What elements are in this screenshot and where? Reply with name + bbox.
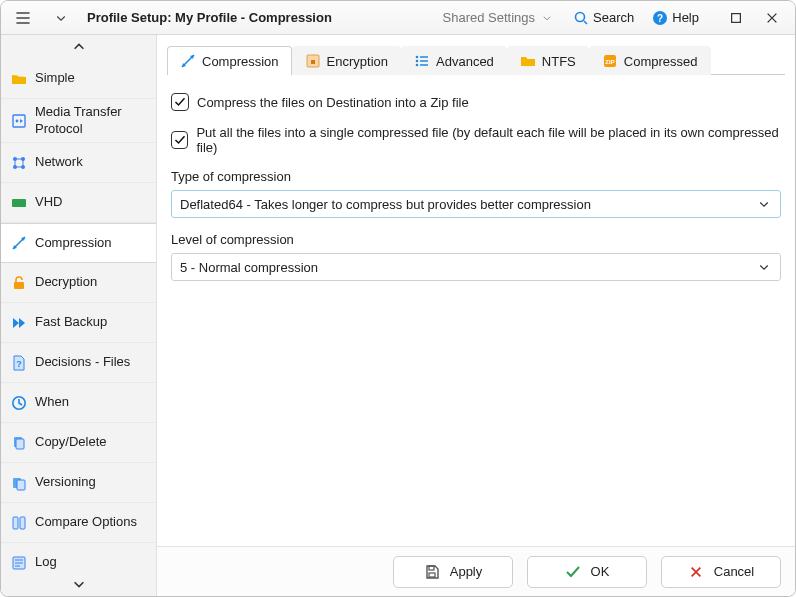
sidebar-item-network[interactable]: Network: [1, 143, 156, 183]
search-icon: [573, 10, 589, 26]
svg-rect-30: [429, 573, 435, 577]
folder-icon: [520, 53, 536, 69]
sidebar-item-simple[interactable]: Simple: [1, 59, 156, 99]
svg-rect-20: [20, 517, 25, 529]
sidebar-item-versioning[interactable]: Versioning: [1, 463, 156, 503]
tab-label: NTFS: [542, 54, 576, 69]
cancel-button[interactable]: Cancel: [661, 556, 781, 588]
checkbox-single-file[interactable]: Put all the files into a single compress…: [171, 125, 781, 155]
compress-icon: [180, 53, 196, 69]
main-panel: Compression Encryption Advanced NTFS: [157, 35, 795, 596]
sidebar-item-compression[interactable]: Compression: [1, 223, 156, 263]
type-select[interactable]: Deflated64 - Takes longer to compress bu…: [171, 190, 781, 218]
sidebar-item-decisions-files[interactable]: ? Decisions - Files: [1, 343, 156, 383]
versioning-icon: [11, 475, 27, 491]
svg-point-6: [16, 119, 19, 122]
sidebar-item-label: Network: [35, 154, 83, 170]
svg-rect-5: [13, 115, 25, 127]
tab-compressed[interactable]: ZIP Compressed: [589, 46, 711, 75]
titlebar: Profile Setup: My Profile - Compression …: [1, 1, 795, 35]
compress-icon: [11, 235, 27, 251]
network-icon: [11, 155, 27, 171]
svg-text:?: ?: [16, 359, 22, 369]
close-icon: [764, 10, 780, 26]
shared-settings-label: Shared Settings: [443, 10, 536, 25]
copy-icon: [11, 435, 27, 451]
level-label: Level of compression: [171, 232, 781, 247]
chevron-down-icon: [71, 576, 87, 592]
file-question-icon: ?: [11, 355, 27, 371]
x-icon: [688, 564, 704, 580]
sidebar-item-fast-backup[interactable]: Fast Backup: [1, 303, 156, 343]
ok-button[interactable]: OK: [527, 556, 647, 588]
sidebar-item-vhd[interactable]: VHD: [1, 183, 156, 223]
search-button[interactable]: Search: [565, 6, 642, 30]
sidebar-scroll-up[interactable]: [1, 35, 156, 59]
svg-rect-23: [311, 60, 315, 64]
sidebar-item-label: Simple: [35, 70, 75, 86]
folder-icon: [11, 71, 27, 87]
svg-rect-16: [16, 439, 24, 449]
button-label: Cancel: [714, 564, 754, 579]
lock-icon: [305, 53, 321, 69]
profile-setup-window: Profile Setup: My Profile - Compression …: [0, 0, 796, 597]
help-button[interactable]: ? Help: [644, 6, 707, 30]
footer: Apply OK Cancel: [157, 546, 795, 596]
sidebar-item-label: Media Transfer Protocol: [35, 104, 146, 137]
tab-ntfs[interactable]: NTFS: [507, 46, 589, 75]
chevron-down-icon: [756, 196, 772, 212]
svg-point-26: [416, 64, 419, 67]
log-icon: [11, 555, 27, 571]
sidebar-scroll-down[interactable]: [1, 572, 156, 596]
maximize-button[interactable]: [719, 4, 753, 32]
chevron-down-icon: [756, 259, 772, 275]
help-icon: ?: [652, 10, 668, 26]
checkbox-label: Compress the files on Destination into a…: [197, 95, 469, 110]
hamburger-icon: [15, 10, 31, 26]
tab-compression[interactable]: Compression: [167, 46, 292, 75]
clock-icon: [11, 395, 27, 411]
apply-button[interactable]: Apply: [393, 556, 513, 588]
compare-icon: [11, 515, 27, 531]
checkbox-checked-icon: [171, 131, 188, 149]
svg-line-1: [584, 21, 587, 24]
sidebar-item-label: Decryption: [35, 274, 97, 290]
tab-encryption[interactable]: Encryption: [292, 46, 401, 75]
check-icon: [565, 564, 581, 580]
svg-point-25: [416, 60, 419, 63]
svg-text:ZIP: ZIP: [605, 59, 614, 65]
tabs: Compression Encryption Advanced NTFS: [167, 45, 785, 75]
sidebar-item-log[interactable]: Log: [1, 543, 156, 572]
close-button[interactable]: [755, 4, 789, 32]
vhd-icon: [11, 195, 27, 211]
sidebar-item-decryption[interactable]: Decryption: [1, 263, 156, 303]
sidebar-item-label: VHD: [35, 194, 62, 210]
history-dropdown-button[interactable]: [45, 6, 77, 30]
hamburger-menu-button[interactable]: [7, 6, 39, 30]
tab-label: Compression: [202, 54, 279, 69]
zip-icon: ZIP: [602, 53, 618, 69]
sidebar-item-label: Compare Options: [35, 514, 137, 530]
help-label: Help: [672, 10, 699, 25]
sidebar-item-label: Copy/Delete: [35, 434, 107, 450]
button-label: OK: [591, 564, 610, 579]
svg-rect-18: [17, 480, 25, 490]
select-value: Deflated64 - Takes longer to compress bu…: [180, 197, 591, 212]
chevron-down-icon: [53, 10, 69, 26]
level-select[interactable]: 5 - Normal compression: [171, 253, 781, 281]
svg-rect-12: [14, 282, 24, 289]
sidebar: Simple Media Transfer Protocol Network V…: [1, 35, 157, 596]
checkbox-compress-dest[interactable]: Compress the files on Destination into a…: [171, 93, 781, 111]
shared-settings-button[interactable]: Shared Settings: [435, 6, 564, 30]
tab-content: Compress the files on Destination into a…: [157, 75, 795, 546]
sidebar-item-when[interactable]: When: [1, 383, 156, 423]
sidebar-item-mtp[interactable]: Media Transfer Protocol: [1, 99, 156, 143]
tab-advanced[interactable]: Advanced: [401, 46, 507, 75]
svg-point-24: [416, 56, 419, 59]
checkbox-checked-icon: [171, 93, 189, 111]
sidebar-item-copy-delete[interactable]: Copy/Delete: [1, 423, 156, 463]
window-title: Profile Setup: My Profile - Compression: [87, 10, 332, 25]
select-value: 5 - Normal compression: [180, 260, 318, 275]
device-icon: [11, 113, 27, 129]
sidebar-item-compare-options[interactable]: Compare Options: [1, 503, 156, 543]
